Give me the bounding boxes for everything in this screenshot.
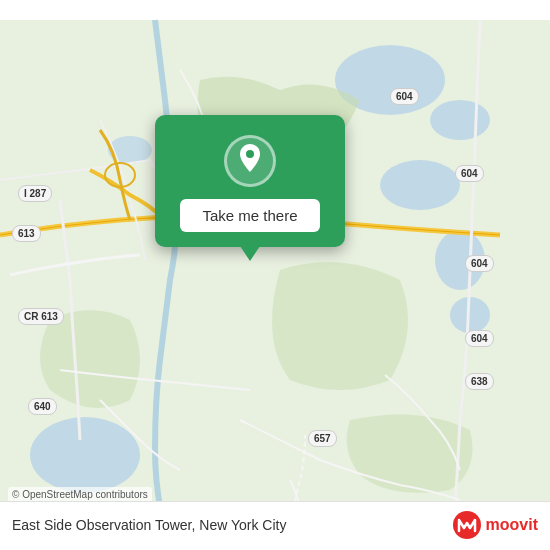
road-label-604b: 604 xyxy=(455,165,484,182)
road-label-638: 638 xyxy=(465,373,494,390)
road-label-657: 657 xyxy=(308,430,337,447)
take-me-there-button[interactable]: Take me there xyxy=(180,199,319,232)
road-label-604a: 604 xyxy=(390,88,419,105)
location-name: East Side Observation Tower, New York Ci… xyxy=(12,517,286,533)
road-label-604d: 604 xyxy=(465,330,494,347)
road-label-640: 640 xyxy=(28,398,57,415)
road-label-613: 613 xyxy=(12,225,41,242)
moovit-logo: moovit xyxy=(452,510,538,540)
bottom-bar: East Side Observation Tower, New York Ci… xyxy=(0,501,550,550)
svg-point-6 xyxy=(30,417,140,493)
moovit-icon xyxy=(452,510,482,540)
svg-point-3 xyxy=(380,160,460,210)
popup-card: Take me there xyxy=(155,115,345,247)
road-label-i287: I 287 xyxy=(18,185,52,202)
location-icon-wrapper xyxy=(224,135,276,187)
svg-point-2 xyxy=(430,100,490,140)
road-label-cr613: CR 613 xyxy=(18,308,64,325)
map-container: I 287 613 CR 613 640 604 604 604 604 638… xyxy=(0,0,550,550)
location-pin-icon xyxy=(236,144,264,178)
map-attribution: © OpenStreetMap contributors xyxy=(8,487,152,502)
road-label-604c: 604 xyxy=(465,255,494,272)
svg-point-9 xyxy=(246,150,254,158)
moovit-brand-name: moovit xyxy=(486,516,538,534)
